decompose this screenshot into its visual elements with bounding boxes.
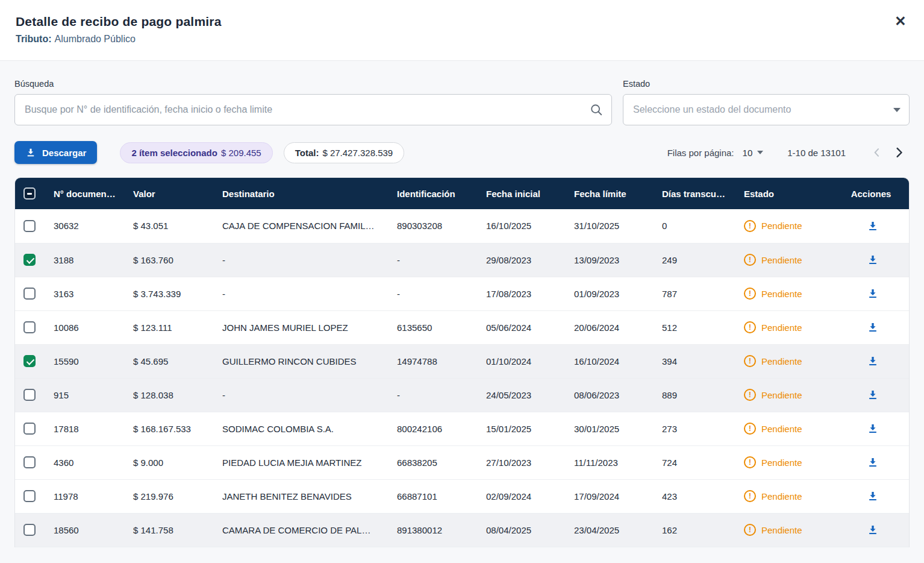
row-checkbox[interactable] xyxy=(23,321,36,333)
cell-destinatario: - xyxy=(213,378,387,412)
cell-fecha-limite: 08/06/2023 xyxy=(564,378,652,412)
cell-fecha-limite: 30/01/2025 xyxy=(564,412,652,445)
row-checkbox[interactable] xyxy=(23,456,36,468)
warning-icon xyxy=(744,254,756,266)
status-badge: Pendiente xyxy=(744,254,802,266)
cell-valor: $ 128.038 xyxy=(123,378,213,412)
table-row: 915 $ 128.038 - - 24/05/2023 08/06/2023 … xyxy=(15,378,909,412)
cell-valor: $ 9.000 xyxy=(123,445,213,479)
table-row: 11978 $ 219.976 JANETH BENITEZ BENAVIDES… xyxy=(15,479,909,513)
search-input[interactable] xyxy=(14,94,612,125)
cell-documento: 10086 xyxy=(44,310,123,344)
cell-identificacion: 66838205 xyxy=(387,445,476,479)
row-download-button[interactable] xyxy=(864,454,881,471)
cell-valor: $ 168.167.533 xyxy=(123,412,213,445)
filters-bar: Búsqueda Estado Seleccione un estado del… xyxy=(0,79,924,125)
download-action-icon xyxy=(867,490,879,502)
warning-icon xyxy=(744,220,756,232)
status-badge: Pendiente xyxy=(744,524,802,536)
cell-destinatario: - xyxy=(213,243,387,277)
selected-items-label: 2 ítem seleccionado xyxy=(131,148,217,158)
status-label: Pendiente xyxy=(761,221,802,231)
row-checkbox[interactable] xyxy=(23,389,36,401)
column-header-fecha-limite: Fecha límite xyxy=(564,178,652,209)
page-body: Búsqueda Estado Seleccione un estado del… xyxy=(0,61,924,563)
cell-identificacion: - xyxy=(387,243,476,277)
cell-documento: 3163 xyxy=(44,277,123,310)
row-checkbox[interactable] xyxy=(23,288,36,300)
documents-table: N° documen… Valor Destinatario Identific… xyxy=(14,177,910,547)
pagination: Filas por página: 10 1-10 de 13101 xyxy=(667,142,910,163)
previous-page-button[interactable] xyxy=(866,142,888,163)
cell-valor: $ 3.743.339 xyxy=(123,277,213,310)
cell-dias: 423 xyxy=(652,479,734,513)
row-download-button[interactable] xyxy=(864,319,881,336)
status-label: Pendiente xyxy=(761,322,802,333)
close-icon: ✕ xyxy=(894,13,906,29)
cell-documento: 11978 xyxy=(44,479,123,513)
row-download-button[interactable] xyxy=(864,251,881,268)
total-label: Total: xyxy=(295,148,319,158)
cell-documento: 17818 xyxy=(44,412,123,445)
cell-identificacion: 890303208 xyxy=(387,209,476,243)
row-checkbox[interactable] xyxy=(23,423,36,435)
row-checkbox[interactable] xyxy=(23,220,36,232)
status-badge: Pendiente xyxy=(744,423,802,435)
status-label: Pendiente xyxy=(761,424,802,434)
search-field-group: Búsqueda xyxy=(14,79,612,125)
status-badge: Pendiente xyxy=(744,490,802,502)
total-value: $ 27.427.328.539 xyxy=(322,148,393,158)
cell-valor: $ 219.976 xyxy=(123,479,213,513)
caret-down-icon xyxy=(757,151,763,154)
cell-destinatario: GUILLERMO RINCON CUBIDES xyxy=(213,344,387,378)
cell-fecha-limite: 23/04/2025 xyxy=(564,513,652,547)
row-checkbox[interactable] xyxy=(23,355,36,367)
close-button[interactable]: ✕ xyxy=(890,11,911,31)
tributo-value: Alumbrado Público xyxy=(55,34,136,44)
cell-identificacion: - xyxy=(387,378,476,412)
row-checkbox[interactable] xyxy=(23,490,36,502)
status-badge: Pendiente xyxy=(744,355,802,367)
select-all-checkbox[interactable] xyxy=(23,187,36,200)
row-download-button[interactable] xyxy=(864,285,881,302)
table-row: 30632 $ 43.051 CAJA DE COMPENSACION FAMI… xyxy=(15,209,909,243)
row-download-button[interactable] xyxy=(864,420,881,437)
row-download-button[interactable] xyxy=(864,488,881,505)
cell-fecha-inicial: 29/08/2023 xyxy=(476,243,564,277)
status-label: Pendiente xyxy=(761,458,802,468)
cell-documento: 3188 xyxy=(44,243,123,277)
cell-documento: 4360 xyxy=(44,445,123,479)
cell-dias: 889 xyxy=(652,378,734,412)
warning-icon xyxy=(744,288,756,300)
cell-valor: $ 45.695 xyxy=(123,344,213,378)
estado-select[interactable]: Seleccione un estado del documento xyxy=(623,94,910,125)
column-header-valor: Valor xyxy=(123,178,213,209)
download-button[interactable]: Descargar xyxy=(14,141,97,164)
row-download-button[interactable] xyxy=(864,218,881,234)
warning-icon xyxy=(744,524,756,536)
cell-fecha-inicial: 16/10/2025 xyxy=(476,209,564,243)
modal-header: Detalle de recibo de pago palmira Tribut… xyxy=(0,0,924,61)
warning-icon xyxy=(744,321,756,333)
cell-fecha-inicial: 17/08/2023 xyxy=(476,277,564,310)
row-download-button[interactable] xyxy=(864,521,881,538)
cell-fecha-limite: 16/10/2024 xyxy=(564,344,652,378)
row-checkbox[interactable] xyxy=(23,524,36,536)
row-checkbox[interactable] xyxy=(23,254,36,266)
table-row: 18560 $ 141.758 CAMARA DE COMERCIO DE PA… xyxy=(15,513,909,547)
column-header-fecha-inicial: Fecha inicial xyxy=(476,178,564,209)
estado-placeholder: Seleccione un estado del documento xyxy=(633,104,791,115)
download-action-icon xyxy=(867,389,879,401)
cell-valor: $ 123.111 xyxy=(123,310,213,344)
cell-fecha-inicial: 24/05/2023 xyxy=(476,378,564,412)
rows-per-page-select[interactable]: 10 xyxy=(743,148,764,158)
row-download-button[interactable] xyxy=(864,353,881,370)
next-page-button[interactable] xyxy=(888,142,910,163)
warning-icon xyxy=(744,423,756,435)
cell-destinatario: PIEDAD LUCIA MEJIA MARTINEZ xyxy=(213,445,387,479)
download-button-label: Descargar xyxy=(42,148,86,158)
status-label: Pendiente xyxy=(761,289,802,299)
row-download-button[interactable] xyxy=(864,386,881,403)
cell-dias: 787 xyxy=(652,277,734,310)
estado-field-group: Estado Seleccione un estado del document… xyxy=(623,79,910,125)
